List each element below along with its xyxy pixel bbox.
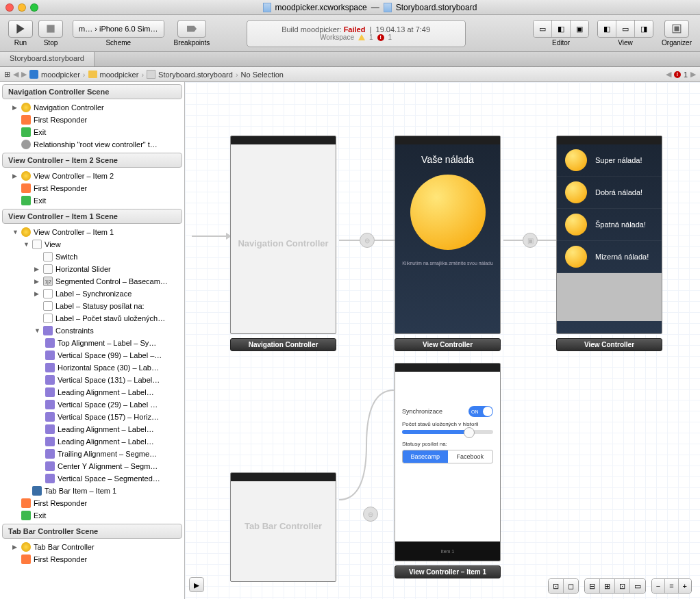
svg-marker-2 [187, 26, 197, 32]
relationship-icon [21, 140, 31, 149]
exit-icon [21, 511, 31, 520]
activity-viewer: Build moodpicker: Failed | 19.04.13 at 7… [247, 20, 466, 47]
scene-header[interactable]: Tab Bar Controller Scene [2, 524, 182, 539]
first-responder-icon [21, 115, 31, 125]
label-icon [43, 301, 53, 311]
organizer-label: Organizer [662, 39, 692, 47]
project-icon [29, 70, 38, 79]
storyboard-canvas[interactable]: Navigation Controller Navigation Control… [185, 82, 700, 599]
window-title-right: Storyboard.storyboard [396, 3, 477, 12]
size-class-toggle[interactable]: ⊡◻ [548, 578, 579, 594]
view-label: View [618, 39, 633, 47]
constraint-icon [45, 338, 55, 348]
first-responder-icon [21, 555, 31, 564]
constraint-icon [45, 363, 55, 372]
segue-icon[interactable]: ⊖ [363, 507, 378, 522]
run-button[interactable] [8, 20, 33, 38]
scheme-selector[interactable]: m… › iPhone 6.0 Sim… [73, 20, 164, 38]
constraint-icon [45, 437, 55, 446]
folder-icon [88, 71, 97, 78]
label-icon [43, 314, 53, 323]
stop-button[interactable] [38, 20, 63, 38]
switch-icon [43, 252, 53, 262]
prev-issue-button[interactable]: ◀ [666, 70, 671, 79]
constraint-icon [45, 387, 55, 397]
close-window-button[interactable] [5, 3, 14, 12]
tab-storyboard[interactable]: Storyboard.storyboard [0, 52, 95, 66]
svg-rect-4 [675, 27, 679, 31]
scene-mood-list[interactable]: Super nálada! Dobrá nálada! Špatná nálad… [556, 136, 662, 351]
toolbar: Run Stop m… › iPhone 6.0 Sim… Scheme Bre… [0, 15, 700, 52]
exit-icon [21, 196, 31, 205]
segue-curve [339, 383, 401, 513]
constraint-icon [45, 449, 55, 459]
minimize-window-button[interactable] [18, 3, 26, 12]
editor-label: Editor [552, 39, 570, 47]
workspace-icon [263, 3, 271, 12]
scene-mood-main[interactable]: Vaše nálada Kliknutím na smajlíka změnít… [395, 136, 501, 351]
organizer-button[interactable] [664, 20, 689, 38]
target-segmented[interactable]: BasecampFacebook [402, 450, 493, 463]
controller-icon [21, 227, 31, 237]
controller-icon [21, 103, 31, 112]
document-tabs: Storyboard.storyboard [0, 52, 700, 67]
toggle-outline-button[interactable]: ▸ [189, 577, 204, 592]
first-responder-icon [21, 183, 31, 193]
sync-switch[interactable]: ON [468, 406, 493, 417]
constraint-icon [45, 424, 55, 434]
scene-header[interactable]: View Controller – Item 1 Scene [2, 209, 182, 224]
traffic-lights [5, 3, 38, 12]
svg-rect-1 [47, 25, 54, 32]
mood-face-icon [565, 181, 587, 203]
constraint-icon [45, 400, 55, 409]
constraint-icon [45, 474, 55, 483]
error-badge-icon: ! [674, 71, 681, 78]
svg-marker-0 [16, 24, 24, 34]
next-issue-button[interactable]: ▶ [690, 70, 696, 79]
window-title-left: moodpicker.xcworkspace [275, 3, 367, 12]
tabbar-item-icon [32, 486, 42, 496]
warning-icon [358, 34, 365, 40]
storyboard-icon [147, 70, 155, 79]
segmented-icon: 1|2 [43, 277, 53, 286]
scene-navigation-controller[interactable]: Navigation Controller Navigation Control… [230, 136, 336, 351]
document-icon [384, 3, 392, 12]
scheme-label: Scheme [105, 39, 131, 47]
segue-icon[interactable]: ⊖ [360, 233, 375, 248]
auto-layout-menu[interactable]: ⊟⊞⊡▭ [584, 578, 646, 594]
first-responder-icon [21, 498, 31, 508]
constraint-icon [45, 412, 55, 422]
mood-face-icon [410, 175, 486, 250]
stop-label: Stop [44, 39, 58, 47]
jump-bar[interactable]: ⊞ ◀▶ moodpicker› moodpicker› Storyboard.… [0, 67, 700, 82]
scene-settings[interactable]: SynchronizaceON Počet stavů uložených v … [395, 363, 501, 578]
mood-face-icon [565, 214, 587, 235]
related-items-icon[interactable]: ⊞ [4, 70, 10, 79]
scene-header[interactable]: Navigation Controller Scene [2, 84, 182, 99]
scene-header[interactable]: View Controller – Item 2 Scene [2, 153, 182, 168]
phone-tabbar: Item 1 [395, 541, 500, 561]
error-icon: ! [377, 34, 384, 41]
zoom-controls[interactable]: −=+ [651, 578, 692, 594]
exit-icon [21, 127, 31, 137]
controller-icon [21, 171, 31, 181]
scene-tabbar-controller[interactable]: Tab Bar Controller [230, 472, 336, 582]
slider-icon [43, 264, 53, 274]
breakpoints-label: Breakpoints [174, 39, 210, 47]
constraint-icon [45, 461, 55, 471]
label-icon [43, 289, 53, 298]
document-outline[interactable]: Navigation Controller Scene ▶Navigation … [0, 82, 185, 599]
breakpoints-button[interactable] [177, 20, 206, 38]
constraint-icon [45, 351, 55, 360]
constraints-icon [43, 326, 53, 335]
editor-mode-segmented[interactable]: ▭◧▣ [533, 20, 589, 38]
constraint-icon [45, 375, 55, 385]
controller-icon [21, 542, 31, 552]
zoom-window-button[interactable] [30, 3, 38, 12]
segue-icon[interactable]: ▣ [523, 233, 538, 248]
mood-face-icon [565, 246, 587, 268]
history-slider[interactable] [402, 430, 493, 434]
mood-face-icon [565, 149, 587, 171]
window-titlebar: moodpicker.xcworkspace — Storyboard.stor… [0, 0, 700, 15]
view-panes-segmented[interactable]: ◧▭◨ [597, 20, 653, 38]
